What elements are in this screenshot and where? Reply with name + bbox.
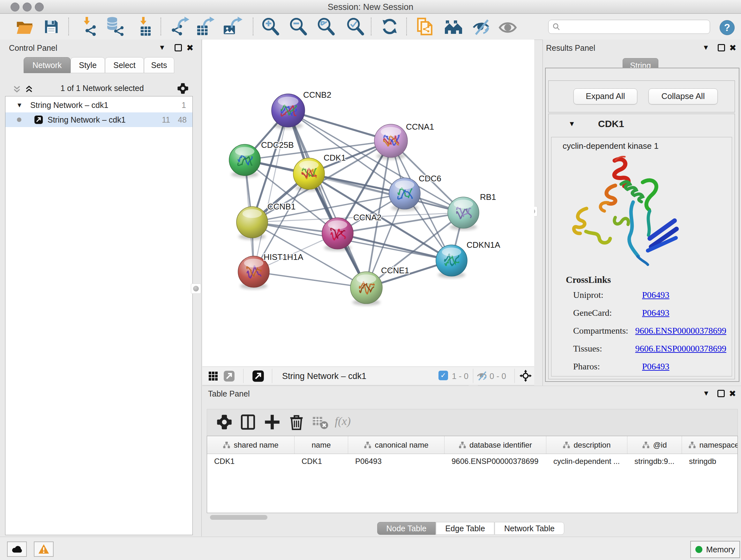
column-header-canonicalname[interactable]: canonical name [348,436,445,454]
selected-counts: 1 - 0 [452,371,468,381]
close-panel-icon[interactable]: ✖ [729,388,736,399]
entry-details: cyclin-dependent kinase 1 CrossLinks Uni… [551,137,732,376]
zoom-fit-icon[interactable] [316,16,336,37]
memory-button[interactable]: Memory [690,541,740,558]
collapse-all-button[interactable]: Collapse All [649,88,718,105]
float-panel-icon[interactable] [718,44,725,51]
tab-style[interactable]: Style [71,57,105,73]
network-node-RB1[interactable] [448,197,479,228]
tab-sets[interactable]: Sets [144,57,174,73]
export-table-icon[interactable] [195,16,215,37]
table-panel-title: Table Panel [208,389,250,398]
network-tree-row[interactable]: String Network – cdk1 11 48 [5,112,192,127]
collapse-entry-icon[interactable]: ▼ [568,120,576,128]
node-label-RB1: RB1 [480,192,496,202]
network-node-CCNE1[interactable] [350,272,382,304]
edge-CCNA2-CDKN1A[interactable] [338,233,452,260]
save-floppy-icon[interactable] [41,16,61,37]
horizontal-scrollbar-thumb[interactable] [210,515,267,520]
hidden-eye-slash-icon[interactable] [477,371,488,381]
tab-edge-table[interactable]: Edge Table [436,522,494,535]
float-panel-icon[interactable] [718,390,725,397]
column-header-name[interactable]: name [294,436,348,454]
table-settings-gear-icon[interactable] [216,414,232,430]
pan-crosshair-icon[interactable] [520,370,532,382]
collapse-panel-icon[interactable]: ▼ [158,44,165,52]
tab-node-table[interactable]: Node Table [377,522,435,535]
zoom-out-icon[interactable] [288,16,308,37]
expand-collapse-arrow[interactable]: ▼ [16,102,23,109]
tab-network-table[interactable]: Network Table [495,522,564,535]
search-input[interactable] [563,22,706,32]
help-button[interactable]: ? [720,20,735,35]
import-network-icon[interactable] [78,16,98,37]
import-table-icon[interactable] [133,16,154,37]
close-panel-icon[interactable]: ✖ [186,43,194,53]
network-node-CCNB1[interactable] [237,206,268,238]
crosslink-value-link[interactable]: P06493 [642,361,670,372]
import-network-database-icon[interactable] [104,16,125,37]
network-node-CDC25B[interactable] [229,144,260,176]
expand-all-networks-icon[interactable] [24,84,34,94]
toolbar-divider [160,17,161,36]
network-canvas[interactable]: CCNB2CCNA1CDC25BCDK1CDC6RB1CCNB1CCNA2CDK… [202,40,534,367]
collapse-all-networks-icon[interactable] [12,84,22,94]
export-network-icon[interactable] [170,16,190,37]
network-share-icon[interactable] [223,370,235,382]
export-image-icon[interactable] [222,16,243,37]
open-view-in-window-icon[interactable] [252,370,264,382]
expand-all-button[interactable]: Expand All [574,88,637,105]
edge-CCNB2-HIST1H1A[interactable] [254,111,288,272]
network-node-CCNA2[interactable] [322,218,353,249]
hide-eye-slash-icon[interactable] [471,16,492,37]
column-header-id[interactable]: @id [627,436,682,454]
left-splitter-handle[interactable] [191,284,201,294]
network-node-CDC6[interactable] [389,178,420,209]
delete-column-icon[interactable] [288,414,305,430]
crosslink-value-link[interactable]: 9606.ENSP00000378699 [635,326,726,336]
crosslink-value-link[interactable]: 9606.ENSP00000378699 [635,344,726,354]
show-eye-icon[interactable] [497,16,518,37]
node-label-CDK1: CDK1 [324,153,346,163]
network-node-CDKN1A[interactable] [436,245,467,276]
collapse-panel-icon[interactable]: ▼ [702,44,710,52]
network-node-CCNB2[interactable] [272,94,305,127]
float-panel-icon[interactable] [175,44,182,51]
crosslink-value-link[interactable]: P06493 [642,290,670,300]
copy-network-document-icon[interactable] [414,16,435,37]
zoom-in-icon[interactable] [260,16,280,37]
network-node-CCNA1[interactable] [374,124,408,158]
column-header-databaseidentifier[interactable]: database identifier [445,436,546,454]
open-folder-icon[interactable] [15,16,35,37]
column-header-description[interactable]: description [546,436,627,454]
warning-status-button[interactable] [34,542,54,557]
network-tree-row[interactable]: ▼ String Network – cdk1 1 [5,98,192,112]
column-header-namespace[interactable]: namespace [682,436,738,454]
tab-select[interactable]: Select [105,57,144,73]
birdseye-grid-icon[interactable] [208,371,218,381]
table-row[interactable]: CDK1CDK1P064939606.ENSP00000378699cyclin… [207,454,738,469]
selected-nodes-checkbox[interactable]: ✓ [439,371,448,380]
network-node-CDK1[interactable] [293,158,325,189]
network-view-toolbar: String Network – cdk1 ✓ 1 - 0 0 - 0 [202,367,534,385]
network-count: 1 [182,101,186,110]
column-header-label: description [574,441,610,449]
houses-icon[interactable] [443,16,464,37]
column-header-sharedname[interactable]: shared name [207,436,294,454]
close-panel-icon[interactable]: ✖ [729,43,737,53]
split-columns-icon[interactable] [240,414,256,430]
refresh-layout-icon[interactable] [380,16,400,37]
crosslink-value-link[interactable]: P06493 [642,308,670,318]
function-builder-icon[interactable]: f(x) [335,415,351,428]
delete-table-icon[interactable] [312,414,328,430]
edge-HIST1H1A-CCNE1[interactable] [254,272,366,288]
table-cell: P06493 [348,457,445,466]
crosslinks-list: Uniprot: P06493GeneCard: P06493Compartme… [573,290,726,376]
network-options-gear-icon[interactable] [177,82,189,95]
add-column-icon[interactable] [264,414,280,430]
tab-network[interactable]: Network [23,57,71,73]
collapse-panel-icon[interactable]: ▼ [703,389,710,397]
cloud-status-button[interactable] [7,542,27,557]
search-field[interactable] [548,20,710,34]
zoom-selected-icon[interactable] [345,16,365,37]
